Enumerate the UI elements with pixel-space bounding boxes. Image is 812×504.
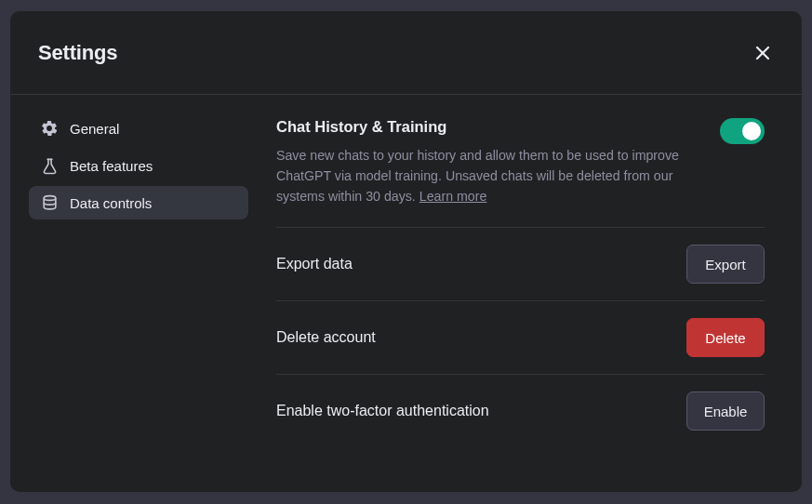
dialog-backdrop: Settings General <box>0 0 812 504</box>
delete-account-row: Delete account Delete <box>276 300 765 374</box>
delete-account-label: Delete account <box>276 329 376 346</box>
settings-content: Chat History & Training Save new chats t… <box>248 112 792 492</box>
sidebar-item-label: General <box>70 121 119 137</box>
learn-more-link[interactable]: Learn more <box>419 189 487 204</box>
sidebar-item-label: Beta features <box>70 158 153 174</box>
gear-icon <box>40 119 59 138</box>
toggle-knob <box>742 122 761 140</box>
sidebar-item-label: Data controls <box>70 195 152 211</box>
dialog-title: Settings <box>38 41 117 65</box>
chat-history-section: Chat History & Training Save new chats t… <box>276 118 765 206</box>
chat-history-toggle[interactable] <box>720 118 765 144</box>
sidebar-item-beta-features[interactable]: Beta features <box>29 149 248 182</box>
export-button[interactable]: Export <box>686 245 765 284</box>
settings-dialog: Settings General <box>10 11 802 492</box>
settings-sidebar: General Beta features <box>29 112 248 492</box>
two-factor-row: Enable two-factor authentication Enable <box>276 374 765 447</box>
enable-2fa-button[interactable]: Enable <box>686 391 765 431</box>
sidebar-item-general[interactable]: General <box>29 112 248 145</box>
flask-icon <box>40 156 59 175</box>
export-data-row: Export data Export <box>276 228 765 300</box>
chat-history-description: Save new chats to your history and allow… <box>276 145 720 206</box>
dialog-header: Settings <box>10 11 802 95</box>
export-data-label: Export data <box>276 256 353 272</box>
svg-point-2 <box>44 195 56 200</box>
sidebar-item-data-controls[interactable]: Data controls <box>29 186 248 219</box>
database-icon <box>40 193 59 212</box>
chat-history-title: Chat History & Training <box>276 118 720 136</box>
two-factor-label: Enable two-factor authentication <box>276 403 489 419</box>
dialog-body: General Beta features <box>10 95 802 492</box>
close-icon <box>753 44 772 62</box>
close-button[interactable] <box>750 40 776 66</box>
delete-button[interactable]: Delete <box>686 318 765 357</box>
